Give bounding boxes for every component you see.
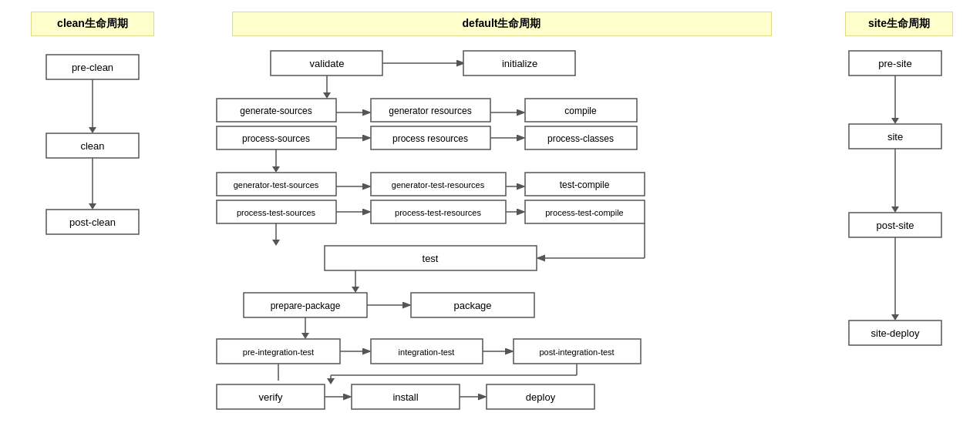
label-clean: clean (80, 140, 104, 152)
arrowhead-clean-postclean (89, 203, 96, 210)
arrowhead-preclean-clean (89, 127, 96, 133)
label-package: package (453, 300, 491, 311)
label-site: site (887, 131, 903, 143)
label-post-site: post-site (876, 220, 914, 231)
label-validate: validate (309, 58, 344, 69)
label-test: test (422, 253, 438, 264)
label-process-sources: process-sources (241, 133, 309, 144)
label-generator-test-resources: generator-test-resources (391, 180, 484, 190)
site-flow-svg: pre-site site post-site site-deploy (837, 47, 961, 409)
label-pre-integration-test: pre-integration-test (242, 347, 313, 357)
label-process-test-resources: process-test-resources (395, 208, 481, 217)
label-post-clean: post-clean (69, 216, 116, 228)
label-pre-clean: pre-clean (72, 62, 113, 73)
label-post-integration-test: post-integration-test (539, 347, 614, 357)
label-deploy: deploy (525, 391, 555, 403)
label-generator-test-sources: generator-test-sources (233, 180, 318, 190)
clean-lifecycle-panel: clean生命周期 pre-clean clean post-clean (8, 12, 170, 294)
label-process-resources: process resources (392, 133, 467, 144)
label-test-compile: test-compile (559, 180, 609, 190)
label-initialize: initialize (501, 58, 537, 69)
default-flow-svg: validate initialize generate-sources pro… (201, 47, 803, 443)
label-process-test-compile: process-test-compile (545, 208, 623, 217)
svg-marker-62 (891, 314, 899, 321)
label-compile: compile (564, 106, 597, 116)
svg-marker-16 (272, 166, 280, 173)
svg-marker-33 (352, 287, 359, 293)
label-site-deploy: site-deploy (871, 327, 920, 339)
label-generate-sources: generate-sources (240, 106, 312, 116)
default-panel-header: default生命周期 (232, 12, 772, 36)
svg-marker-56 (891, 118, 899, 124)
site-panel-header: site生命周期 (845, 12, 953, 36)
svg-marker-28 (272, 240, 280, 246)
label-generator-resources: generator resources (389, 106, 471, 116)
clean-panel-header: clean生命周期 (31, 12, 154, 36)
label-verify: verify (258, 391, 283, 403)
svg-marker-48 (327, 378, 335, 384)
clean-flow-svg: pre-clean clean post-clean (31, 47, 154, 294)
diagram-container: clean生命周期 pre-clean clean post-clean def… (0, 0, 980, 443)
label-process-classes: process-classes (547, 133, 613, 144)
label-process-test-sources: process-test-sources (236, 208, 315, 217)
label-prepare-package: prepare-package (270, 300, 340, 311)
svg-marker-4 (323, 92, 331, 99)
svg-marker-59 (891, 206, 899, 213)
label-install: install (392, 391, 418, 403)
default-lifecycle-panel: default生命周期 validate initialize generate (170, 12, 834, 443)
svg-marker-38 (301, 333, 309, 339)
label-pre-site: pre-site (878, 58, 911, 69)
site-lifecycle-panel: site生命周期 pre-site site post-site site-de… (834, 12, 972, 409)
label-integration-test: integration-test (398, 347, 454, 357)
